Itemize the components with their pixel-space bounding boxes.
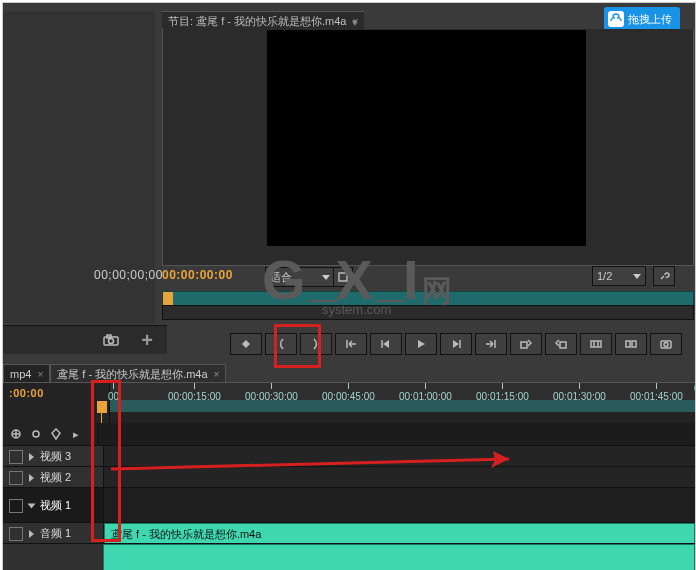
chevron-right-icon[interactable]: ▸	[69, 427, 83, 441]
transport-bar	[230, 333, 682, 355]
timeline-panel: :00:00 00 00:00:15:00 00:00:30:00 00:00:…	[3, 382, 695, 570]
step-fwd-icon	[451, 339, 461, 349]
track-label: 视频 3	[40, 449, 71, 464]
export-frame-button[interactable]	[650, 333, 682, 355]
track-header-a1[interactable]: 音频 1	[3, 523, 103, 544]
playback-res-label: 1/2	[597, 270, 612, 282]
svg-rect-8	[632, 341, 636, 347]
goto-out-button[interactable]	[475, 333, 507, 355]
upload-label: 拖拽上传	[628, 12, 672, 27]
upload-button[interactable]: 拖拽上传	[604, 7, 680, 31]
mute-icon[interactable]	[9, 527, 23, 541]
timeline-ruler[interactable]: 00 00:00:15:00 00:00:30:00 00:00:45:00 0…	[109, 383, 695, 423]
add-marker-button[interactable]	[230, 333, 262, 355]
track-lane-v1[interactable]	[103, 488, 695, 523]
expand-icon[interactable]	[29, 453, 34, 461]
step-back-button[interactable]	[370, 333, 402, 355]
svg-point-10	[664, 343, 668, 347]
program-playhead-marker[interactable]	[163, 292, 173, 305]
play-icon	[416, 339, 426, 349]
track-label: 视频 2	[40, 470, 71, 485]
chevron-down-icon	[633, 274, 641, 279]
playhead-flag[interactable]	[97, 401, 107, 413]
timeline-timecode[interactable]: :00:00	[3, 383, 109, 423]
overwrite-button[interactable]	[580, 333, 612, 355]
svg-rect-5	[560, 342, 566, 348]
timeline-tab-label: 鸢尾 f - 我的快乐就是想你.m4a	[57, 367, 207, 382]
stage: 拖拽上传 节目: 鸢尾 f - 我的快乐就是想你.m4a × ▾ 00;00;0…	[0, 0, 696, 570]
insert-button[interactable]	[615, 333, 647, 355]
play-button[interactable]	[405, 333, 437, 355]
program-tab[interactable]: 节目: 鸢尾 f - 我的快乐就是想你.m4a × ▾	[162, 11, 364, 30]
audio-clip[interactable]: 鸢尾 f - 我的快乐就是想你.m4a	[104, 523, 695, 545]
playback-resolution-dropdown[interactable]: 1/2	[592, 266, 646, 286]
step-back-icon	[381, 339, 391, 349]
new-item-button[interactable]: +	[135, 328, 159, 352]
svg-rect-7	[626, 341, 630, 347]
wrench-icon	[658, 270, 670, 282]
program-preview[interactable]	[267, 30, 586, 246]
track-lane-v3[interactable]	[103, 446, 695, 467]
marker-list-icon[interactable]	[49, 427, 63, 441]
lift-icon	[520, 339, 532, 349]
program-ruler[interactable]	[162, 305, 694, 320]
expand-icon[interactable]	[29, 474, 34, 482]
track-lane-v2[interactable]	[103, 467, 695, 488]
goto-out-icon	[485, 339, 497, 349]
eye-icon[interactable]	[9, 471, 23, 485]
link-icon[interactable]	[29, 427, 43, 441]
eye-icon[interactable]	[9, 499, 23, 513]
track-v1: 视频 1	[3, 487, 695, 523]
close-icon[interactable]: ×	[37, 369, 43, 380]
ruler-work-area[interactable]	[110, 400, 695, 412]
track-header-a1-sub[interactable]	[3, 544, 103, 570]
source-timecode: 00;00;00;00	[94, 268, 163, 282]
eye-icon[interactable]	[9, 450, 23, 464]
close-icon[interactable]: ×	[214, 369, 220, 380]
program-settings-button[interactable]	[333, 267, 353, 287]
chevron-down-icon	[322, 275, 330, 280]
export-icon	[660, 339, 672, 349]
program-timecode[interactable]: 00:00:00:00	[162, 268, 233, 282]
fit-dropdown[interactable]: 适合	[265, 267, 335, 287]
lift-button[interactable]	[510, 333, 542, 355]
snap-icon[interactable]	[9, 427, 23, 441]
timeline-tabs: mp4 × 鸢尾 f - 我的快乐就是想你.m4a ×	[3, 364, 226, 382]
upload-icon	[608, 11, 624, 27]
step-fwd-button[interactable]	[440, 333, 472, 355]
track-header-v3[interactable]: 视频 3	[3, 446, 103, 467]
track-label: 视频 1	[40, 498, 71, 513]
timeline-tab-label: mp4	[10, 368, 31, 380]
screenshot-frame: 拖拽上传 节目: 鸢尾 f - 我的快乐就是想你.m4a × ▾ 00;00;0…	[2, 2, 696, 570]
wrench-button[interactable]	[653, 266, 675, 286]
bin-toolbar: +	[3, 325, 167, 354]
goto-in-icon	[345, 339, 357, 349]
track-v2: 视频 2	[3, 466, 695, 488]
svg-rect-6	[591, 341, 601, 347]
extract-button[interactable]	[545, 333, 577, 355]
track-header-v2[interactable]: 视频 2	[3, 467, 103, 488]
timeline-tool-row: ▸	[3, 423, 103, 445]
svg-rect-0	[339, 273, 347, 281]
insert-icon	[625, 339, 637, 349]
collapse-icon[interactable]	[28, 503, 36, 508]
program-timebar[interactable]	[162, 291, 694, 306]
audio-clip-lower[interactable]	[103, 544, 695, 570]
goto-in-button[interactable]	[335, 333, 367, 355]
track-label: 音频 1	[40, 526, 71, 541]
expand-icon[interactable]	[29, 530, 34, 538]
program-tab-title: 节目: 鸢尾 f - 我的快乐就是想你.m4a	[168, 14, 346, 29]
marker-icon	[241, 339, 251, 349]
timeline-tab-active[interactable]: 鸢尾 f - 我的快乐就是想你.m4a ×	[50, 364, 226, 383]
timeline-tab-mp4[interactable]: mp4 ×	[3, 364, 50, 383]
track-header-v1[interactable]: 视频 1	[3, 488, 103, 523]
track-lane-a1[interactable]: 鸢尾 f - 我的快乐就是想你.m4a	[103, 523, 695, 544]
track-a1: 音频 1 鸢尾 f - 我的快乐就是想你.m4a	[3, 522, 695, 544]
out-icon	[312, 338, 320, 350]
track-v3: 视频 3	[3, 445, 695, 467]
in-icon	[277, 338, 285, 350]
mark-in-button[interactable]	[265, 333, 297, 355]
panel-menu-icon[interactable]: ▾	[352, 16, 358, 29]
mark-out-button[interactable]	[300, 333, 332, 355]
camera-button[interactable]	[99, 328, 123, 352]
